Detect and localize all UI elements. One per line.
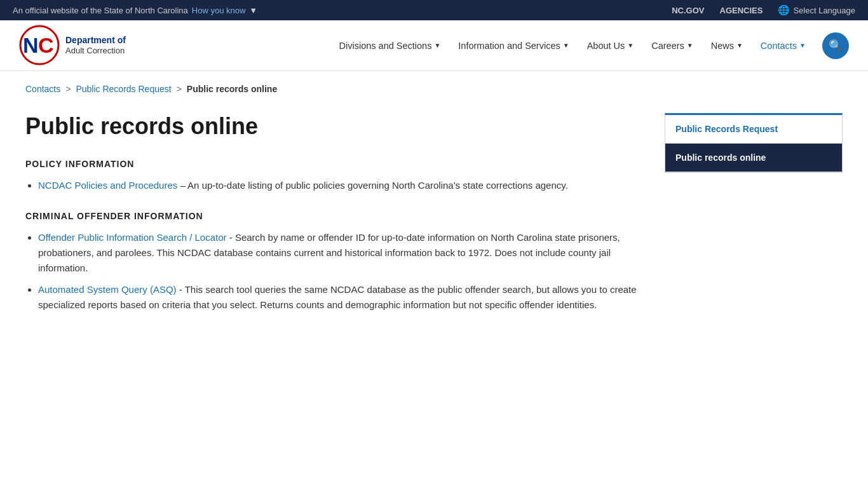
select-language-label: Select Language xyxy=(793,6,855,15)
criminal-heading: CRIMINAL OFFENDER INFORMATION xyxy=(25,211,639,221)
dept-label: Department of xyxy=(65,34,126,46)
svg-text:C: C xyxy=(38,33,54,57)
nc-logo-icon: N C xyxy=(19,25,60,66)
criminal-list: Offender Public Information Search / Loc… xyxy=(38,230,639,313)
list-item: Offender Public Information Search / Loc… xyxy=(38,230,639,276)
official-notice: An official website of the State of Nort… xyxy=(13,6,257,15)
chevron-down-icon: ▼ xyxy=(799,42,806,49)
breadcrumb: Contacts > Public Records Request > Publ… xyxy=(0,71,868,107)
breadcrumb-sep-2: > xyxy=(177,84,182,94)
main-content: Public records online POLICY INFORMATION… xyxy=(25,113,639,330)
sidebar-card: Public Records Request Public records on… xyxy=(665,113,843,173)
how-you-know-link[interactable]: How you know xyxy=(192,6,246,15)
main-layout: Public records online POLICY INFORMATION… xyxy=(0,107,868,356)
breadcrumb-sep-1: > xyxy=(65,84,71,94)
chevron-down-icon: ▼ xyxy=(687,42,693,49)
list-item: Automated System Query (ASQ) - This sear… xyxy=(38,282,639,313)
breadcrumb-contacts[interactable]: Contacts xyxy=(25,84,60,94)
sidebar-public-records-online[interactable]: Public records online xyxy=(665,144,842,172)
criminal-section: CRIMINAL OFFENDER INFORMATION Offender P… xyxy=(25,211,639,313)
list-item: NCDAC Policies and Procedures – An up-to… xyxy=(38,178,639,193)
ncgov-link[interactable]: NC.GOV xyxy=(672,6,704,15)
agency-name: Adult Correction xyxy=(65,46,126,57)
nav-divisions[interactable]: Divisions and Sections ▼ xyxy=(332,36,449,56)
nav-about[interactable]: About Us ▼ xyxy=(580,36,642,56)
policy-section: POLICY INFORMATION NCDAC Policies and Pr… xyxy=(25,159,639,193)
breadcrumb-public-records-request[interactable]: Public Records Request xyxy=(76,84,171,94)
nav-careers[interactable]: Careers ▼ xyxy=(644,36,700,56)
logo-text: Department of Adult Correction xyxy=(65,34,126,57)
search-button[interactable]: 🔍 xyxy=(822,32,849,59)
logo-area[interactable]: N C Department of Adult Correction xyxy=(19,25,126,66)
nav-news[interactable]: News ▼ xyxy=(703,36,750,56)
offender-search-link[interactable]: Offender Public Information Search / Loc… xyxy=(38,232,227,243)
dropdown-arrow: ▼ xyxy=(249,6,257,15)
asq-link[interactable]: Automated System Query (ASQ) xyxy=(38,284,179,295)
policy-description: – An up-to-date listing of public polici… xyxy=(180,180,567,191)
chevron-down-icon: ▼ xyxy=(736,42,743,49)
nav-information[interactable]: Information and Services ▼ xyxy=(451,36,576,56)
globe-icon: 🌐 xyxy=(778,4,790,16)
top-bar-right: NC.GOV AGENCIES 🌐 Select Language xyxy=(672,4,855,16)
policy-list: NCDAC Policies and Procedures – An up-to… xyxy=(38,178,639,193)
official-text: An official website of the State of Nort… xyxy=(13,6,188,15)
page-title: Public records online xyxy=(25,113,639,140)
ncdac-policies-link[interactable]: NCDAC Policies and Procedures xyxy=(38,180,180,191)
sidebar: Public Records Request Public records on… xyxy=(665,113,843,330)
chevron-down-icon: ▼ xyxy=(434,42,440,49)
nav-contacts[interactable]: Contacts ▼ xyxy=(753,36,813,56)
policy-heading: POLICY INFORMATION xyxy=(25,159,639,169)
chevron-down-icon: ▼ xyxy=(563,42,569,49)
language-selector[interactable]: 🌐 Select Language xyxy=(778,4,855,16)
sidebar-public-records-request[interactable]: Public Records Request xyxy=(665,115,842,144)
top-bar: An official website of the State of Nort… xyxy=(0,0,868,20)
main-nav: Divisions and Sections ▼ Information and… xyxy=(332,32,849,59)
svg-text:N: N xyxy=(23,33,39,57)
agencies-link[interactable]: AGENCIES xyxy=(720,6,763,15)
breadcrumb-current: Public records online xyxy=(187,84,277,94)
site-header: N C Department of Adult Correction Divis… xyxy=(0,20,868,71)
chevron-down-icon: ▼ xyxy=(627,42,634,49)
